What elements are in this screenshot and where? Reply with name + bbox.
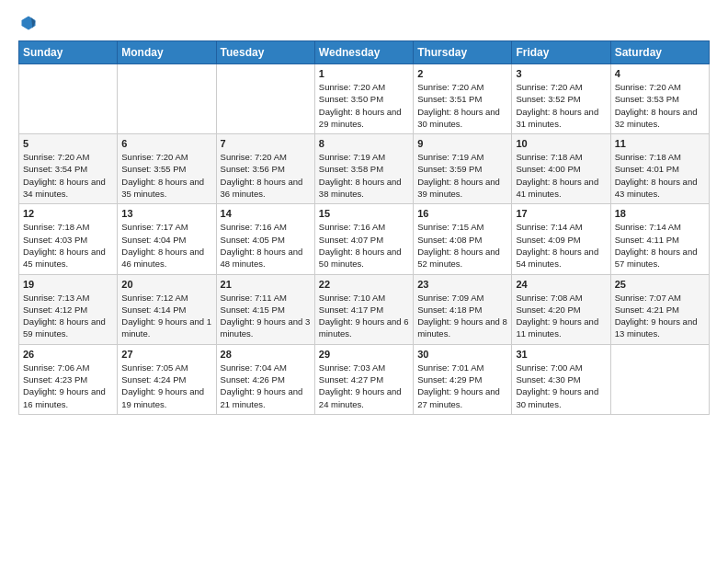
day-number: 11: [615, 138, 705, 149]
day-info: Sunrise: 7:20 AM Sunset: 3:54 PM Dayligh…: [23, 151, 113, 200]
day-number: 26: [23, 349, 113, 360]
day-number: 9: [417, 138, 507, 149]
day-cell: 31Sunrise: 7:00 AM Sunset: 4:30 PM Dayli…: [512, 344, 610, 414]
day-cell: 1Sunrise: 7:20 AM Sunset: 3:50 PM Daylig…: [314, 64, 413, 134]
day-number: 5: [23, 138, 113, 149]
day-cell: 4Sunrise: 7:20 AM Sunset: 3:53 PM Daylig…: [610, 64, 709, 134]
weekday-header-thursday: Thursday: [414, 41, 512, 64]
day-cell: 6Sunrise: 7:20 AM Sunset: 3:55 PM Daylig…: [118, 134, 216, 204]
day-info: Sunrise: 7:19 AM Sunset: 3:59 PM Dayligh…: [417, 151, 507, 200]
day-number: 21: [221, 279, 311, 290]
day-number: 16: [417, 208, 507, 219]
day-cell: 20Sunrise: 7:12 AM Sunset: 4:14 PM Dayli…: [118, 274, 216, 344]
page: SundayMondayTuesdayWednesdayThursdayFrid…: [0, 0, 728, 430]
day-number: 7: [221, 138, 311, 149]
day-cell: 13Sunrise: 7:17 AM Sunset: 4:04 PM Dayli…: [118, 204, 216, 274]
day-cell: 26Sunrise: 7:06 AM Sunset: 4:23 PM Dayli…: [19, 344, 118, 414]
day-info: Sunrise: 7:18 AM Sunset: 4:00 PM Dayligh…: [516, 151, 606, 200]
day-info: Sunrise: 7:19 AM Sunset: 3:58 PM Dayligh…: [319, 151, 409, 200]
day-info: Sunrise: 7:09 AM Sunset: 4:18 PM Dayligh…: [417, 292, 507, 340]
day-cell: 14Sunrise: 7:16 AM Sunset: 4:05 PM Dayli…: [216, 204, 314, 274]
day-info: Sunrise: 7:06 AM Sunset: 4:23 PM Dayligh…: [23, 362, 113, 410]
week-row-3: 12Sunrise: 7:18 AM Sunset: 4:03 PM Dayli…: [19, 204, 710, 274]
week-row-2: 5Sunrise: 7:20 AM Sunset: 3:54 PM Daylig…: [19, 134, 710, 204]
day-cell: 2Sunrise: 7:20 AM Sunset: 3:51 PM Daylig…: [414, 64, 512, 134]
day-info: Sunrise: 7:16 AM Sunset: 4:05 PM Dayligh…: [221, 221, 311, 270]
day-cell: 21Sunrise: 7:11 AM Sunset: 4:15 PM Dayli…: [216, 274, 314, 344]
day-number: 10: [516, 138, 606, 149]
day-cell: 9Sunrise: 7:19 AM Sunset: 3:59 PM Daylig…: [414, 134, 512, 204]
day-number: 2: [417, 68, 507, 79]
weekday-header-wednesday: Wednesday: [314, 41, 413, 64]
day-cell: 29Sunrise: 7:03 AM Sunset: 4:27 PM Dayli…: [314, 344, 413, 414]
logo-text: [18, 15, 37, 31]
day-info: Sunrise: 7:05 AM Sunset: 4:24 PM Dayligh…: [121, 362, 211, 410]
day-number: 17: [516, 208, 606, 219]
day-cell: 18Sunrise: 7:14 AM Sunset: 4:11 PM Dayli…: [610, 204, 709, 274]
day-cell: 22Sunrise: 7:10 AM Sunset: 4:17 PM Dayli…: [314, 274, 413, 344]
day-cell: 8Sunrise: 7:19 AM Sunset: 3:58 PM Daylig…: [314, 134, 413, 204]
day-number: 30: [417, 349, 507, 360]
day-cell: 11Sunrise: 7:18 AM Sunset: 4:01 PM Dayli…: [610, 134, 709, 204]
day-info: Sunrise: 7:18 AM Sunset: 4:01 PM Dayligh…: [615, 151, 705, 200]
day-number: 20: [121, 279, 211, 290]
day-info: Sunrise: 7:12 AM Sunset: 4:14 PM Dayligh…: [121, 292, 211, 340]
day-cell: [118, 64, 216, 134]
day-number: 31: [516, 349, 606, 360]
weekday-header-friday: Friday: [512, 41, 610, 64]
day-number: 23: [417, 279, 507, 290]
day-info: Sunrise: 7:20 AM Sunset: 3:53 PM Dayligh…: [615, 81, 705, 130]
day-cell: 27Sunrise: 7:05 AM Sunset: 4:24 PM Dayli…: [118, 344, 216, 414]
day-cell: 25Sunrise: 7:07 AM Sunset: 4:21 PM Dayli…: [610, 274, 709, 344]
day-cell: 10Sunrise: 7:18 AM Sunset: 4:00 PM Dayli…: [512, 134, 610, 204]
day-cell: 24Sunrise: 7:08 AM Sunset: 4:20 PM Dayli…: [512, 274, 610, 344]
weekday-header-sunday: Sunday: [19, 41, 118, 64]
logo-icon: [20, 15, 37, 31]
day-number: 6: [121, 138, 211, 149]
day-info: Sunrise: 7:15 AM Sunset: 4:08 PM Dayligh…: [417, 221, 507, 270]
day-number: 14: [221, 208, 311, 219]
weekday-header-tuesday: Tuesday: [216, 41, 314, 64]
day-number: 24: [516, 279, 606, 290]
day-number: 12: [23, 208, 113, 219]
day-info: Sunrise: 7:07 AM Sunset: 4:21 PM Dayligh…: [615, 292, 705, 340]
day-info: Sunrise: 7:01 AM Sunset: 4:29 PM Dayligh…: [417, 362, 507, 410]
week-row-4: 19Sunrise: 7:13 AM Sunset: 4:12 PM Dayli…: [19, 274, 710, 344]
day-number: 18: [615, 208, 705, 219]
day-number: 3: [516, 68, 606, 79]
day-info: Sunrise: 7:17 AM Sunset: 4:04 PM Dayligh…: [121, 221, 211, 270]
day-info: Sunrise: 7:20 AM Sunset: 3:51 PM Dayligh…: [417, 81, 507, 130]
day-number: 1: [319, 68, 409, 79]
weekday-header-saturday: Saturday: [610, 41, 709, 64]
day-info: Sunrise: 7:11 AM Sunset: 4:15 PM Dayligh…: [221, 292, 311, 340]
day-cell: 5Sunrise: 7:20 AM Sunset: 3:54 PM Daylig…: [19, 134, 118, 204]
day-number: 22: [319, 279, 409, 290]
day-cell: [610, 344, 709, 414]
day-info: Sunrise: 7:03 AM Sunset: 4:27 PM Dayligh…: [319, 362, 409, 410]
day-cell: 3Sunrise: 7:20 AM Sunset: 3:52 PM Daylig…: [512, 64, 610, 134]
day-info: Sunrise: 7:20 AM Sunset: 3:52 PM Dayligh…: [516, 81, 606, 130]
day-cell: 7Sunrise: 7:20 AM Sunset: 3:56 PM Daylig…: [216, 134, 314, 204]
calendar-table: SundayMondayTuesdayWednesdayThursdayFrid…: [18, 40, 710, 415]
day-cell: 28Sunrise: 7:04 AM Sunset: 4:26 PM Dayli…: [216, 344, 314, 414]
day-cell: [216, 64, 314, 134]
day-number: 29: [319, 349, 409, 360]
day-cell: [19, 64, 118, 134]
day-cell: 15Sunrise: 7:16 AM Sunset: 4:07 PM Dayli…: [314, 204, 413, 274]
day-number: 15: [319, 208, 409, 219]
day-info: Sunrise: 7:00 AM Sunset: 4:30 PM Dayligh…: [516, 362, 606, 410]
logo: [18, 15, 37, 31]
day-cell: 19Sunrise: 7:13 AM Sunset: 4:12 PM Dayli…: [19, 274, 118, 344]
day-info: Sunrise: 7:04 AM Sunset: 4:26 PM Dayligh…: [221, 362, 311, 410]
day-cell: 17Sunrise: 7:14 AM Sunset: 4:09 PM Dayli…: [512, 204, 610, 274]
day-number: 25: [615, 279, 705, 290]
day-info: Sunrise: 7:20 AM Sunset: 3:50 PM Dayligh…: [319, 81, 409, 130]
day-info: Sunrise: 7:08 AM Sunset: 4:20 PM Dayligh…: [516, 292, 606, 340]
day-cell: 12Sunrise: 7:18 AM Sunset: 4:03 PM Dayli…: [19, 204, 118, 274]
day-info: Sunrise: 7:10 AM Sunset: 4:17 PM Dayligh…: [319, 292, 409, 340]
day-number: 8: [319, 138, 409, 149]
day-cell: 16Sunrise: 7:15 AM Sunset: 4:08 PM Dayli…: [414, 204, 512, 274]
day-cell: 23Sunrise: 7:09 AM Sunset: 4:18 PM Dayli…: [414, 274, 512, 344]
day-info: Sunrise: 7:16 AM Sunset: 4:07 PM Dayligh…: [319, 221, 409, 270]
day-info: Sunrise: 7:20 AM Sunset: 3:55 PM Dayligh…: [121, 151, 211, 200]
